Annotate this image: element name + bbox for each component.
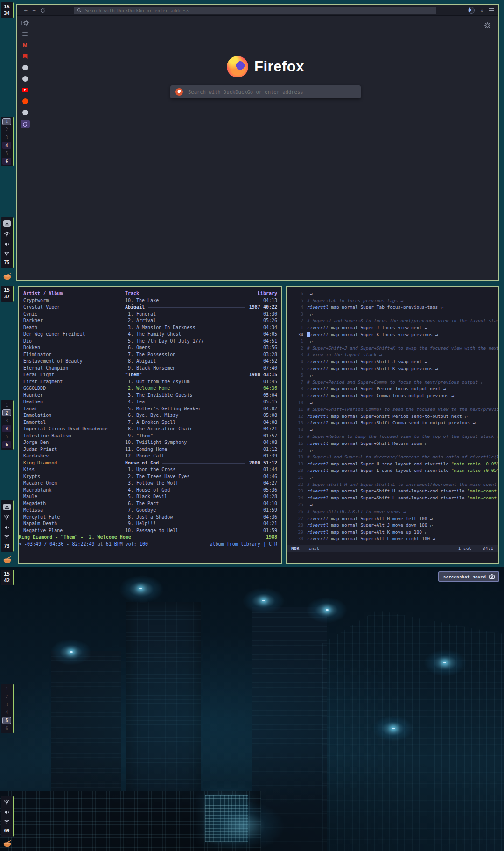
artist-item[interactable]: Feral Light [19,372,120,379]
github-tab-icon[interactable] [21,64,30,71]
workspace-6[interactable]: 6 [2,158,11,165]
workspace-1[interactable]: 1 [1,401,13,409]
artist-item[interactable]: King Diamond [19,460,120,467]
editor-line[interactable]: 1 ↵ [287,338,498,345]
editor-line[interactable]: 23riverctl map normal Super+Shift H send… [287,488,498,495]
artist-item[interactable]: Eternal Champion [19,365,120,372]
forward-button[interactable]: → [30,5,38,15]
track-item[interactable]: 6. Omens03:56 [120,345,277,352]
flag-tab-icon[interactable] [21,53,30,60]
track-item[interactable]: 8. Just a Shadow04:36 [120,514,277,521]
artist-item[interactable]: Mercyful Fate [19,514,120,521]
track-item[interactable]: 12. Phone Call01:39 [120,453,277,460]
artist-item[interactable]: Cynic [19,311,120,318]
editor-line[interactable]: 12riverctl map normal Super+Shift Period… [287,413,498,420]
artist-item[interactable]: Megadeth [19,500,120,507]
track-item[interactable]: 7. The Possession03:28 [120,352,277,359]
workspace-6[interactable]: 6 [2,441,11,448]
track-item[interactable]: House of God2000 51:12 [120,460,277,467]
workspace-4[interactable]: 4 [2,425,11,432]
track-item[interactable]: 11. Coming Home01:12 [120,446,277,453]
workspace-2[interactable]: 2 [2,409,11,416]
track-item[interactable]: 10. Passage to Hell01:59 [120,527,277,535]
artist-item[interactable]: Maule [19,493,120,500]
track-item[interactable]: 6. The Pact04:10 [120,500,277,507]
editor-line[interactable]: 25 ↵ [287,501,498,508]
artist-item[interactable]: Immolation [19,412,120,419]
editor-line[interactable]: 10 ↵ [287,400,498,407]
editor-buffer[interactable]: 6 ↵5# Super+Tab to focus previous tags ↵… [287,290,498,542]
editor-line[interactable]: 28riverctl map normal Super+Alt J move d… [287,522,498,529]
editor-line[interactable]: 34riverctl map normal Super K focus-view… [287,331,498,338]
gmail-tab-icon[interactable]: M [21,42,30,49]
artist-item[interactable]: Dokken [19,345,120,352]
track-item[interactable]: 5. Mother's Getting Weaker04:02 [120,406,277,413]
github-tab-icon[interactable] [21,75,30,82]
track-item[interactable]: 10. Twiilight Symphony04:08 [120,439,277,446]
editor-line[interactable]: 14 ↵ [287,427,498,434]
artist-item[interactable]: GGGOLDDD [19,385,120,392]
personalize-gear-icon[interactable] [484,21,490,30]
track-item[interactable]: 1. Funeral01:30 [120,311,277,318]
extension-icon[interactable] [468,7,475,14]
reload-button[interactable] [38,5,47,15]
artist-item[interactable]: Cryptworm [19,297,120,304]
track-item[interactable]: 2. Welcome Home04:36 [120,385,277,392]
track-item[interactable]: 4. The Family Ghost04:05 [120,331,277,338]
track-item[interactable]: 9. Help!!!04:21 [120,520,277,527]
launcher-bowl-icon[interactable] [3,556,11,563]
track-item[interactable]: 7. Goodbye01:59 [120,507,277,514]
artist-item[interactable]: Jorge Ben [19,439,120,446]
editor-line[interactable]: 27riverctl map normal Super+Alt H move l… [287,515,498,522]
workspace-3[interactable]: 3 [1,417,13,425]
urlbar-input[interactable] [84,7,434,14]
urlbar[interactable] [74,7,436,14]
track-item[interactable]: 2. Arrival05:26 [120,317,277,324]
editor-line[interactable]: 17 ↵ [287,447,498,454]
track-item[interactable]: 3. The Invisible Guests05:04 [120,392,277,399]
editor-line[interactable]: 24riverctl map normal Super+Shift L send… [287,495,498,502]
track-item[interactable]: 1. Out from the Asylum01:45 [120,379,277,386]
workspace-3[interactable]: 3 [1,134,13,141]
editor-line[interactable]: 7# Super+Period and Super+Comma to focus… [287,379,498,386]
track-item[interactable]: 9. "Them"01:57 [120,433,277,440]
track-item[interactable]: 4. House of God05:36 [120,487,277,494]
menu-tab-icon[interactable] [21,30,30,37]
track-item[interactable]: 6. Bye, Bye, Missy05:08 [120,412,277,419]
track-item[interactable]: 10. The Lake04:13 [120,297,277,304]
track-item[interactable]: 5. Black Devil04:28 [120,493,277,500]
workspace-5[interactable]: 5 [1,433,13,441]
newtab-search-bar[interactable] [170,85,361,98]
track-item[interactable]: 1. Upon the Cross01:44 [120,466,277,473]
workspace-2[interactable]: 2 [1,126,13,134]
artist-item[interactable]: Imperial Circus Dead Decadence [19,426,120,433]
track-item[interactable]: 7. A Broken Spell04:08 [120,419,277,426]
editor-line[interactable]: 26# Super+Alt+{H,J,K,L} to move views ↵ [287,508,498,515]
workspace-2[interactable]: 2 [1,693,13,701]
track-item[interactable]: Abigail1987 40:22 [120,304,277,311]
artist-item[interactable]: Kiss [19,466,120,473]
editor-line[interactable]: 3# view in the layout stack ↵ [287,352,498,359]
editor-line[interactable]: 2# Super+Shift+J and Super+Shift+K to sw… [287,345,498,352]
artist-item[interactable]: Enslavement of Beauty [19,358,120,365]
editor-line[interactable]: 13riverctl map normal Super+Shift Comma … [287,420,498,427]
workspace-1[interactable]: 1 [1,685,13,693]
artist-item[interactable]: Kardashev [19,453,120,460]
github-tab-icon[interactable] [21,109,30,116]
artist-item[interactable]: Immortal [19,419,120,426]
workspace-4[interactable]: 4 [2,142,11,149]
workspace-1[interactable]: 1 [2,118,11,125]
artist-item[interactable]: Heathen [19,399,120,406]
editor-line[interactable]: 5riverctl map normal Super+Shift K swap … [287,366,498,373]
editor-line[interactable]: 9riverctl map normal Super Comma focus-o… [287,393,498,400]
editor-line[interactable]: 3 ↵ [287,311,498,318]
editor-line[interactable]: 16riverctl map normal Super+Shift Return… [287,440,498,447]
workspace-4[interactable]: 4 [1,709,13,717]
editor-line[interactable]: 19riverctl map normal Super H send-layou… [287,461,498,468]
artist-item[interactable]: Intestine Baalism [19,433,120,440]
track-item[interactable]: 2. The Trees Have Eyes04:46 [120,473,277,480]
workspace-3[interactable]: 3 [1,701,13,709]
artist-item[interactable]: Negative Plane [19,527,120,535]
editor-line[interactable]: 1riverctl map normal Super J focus-view … [287,324,498,331]
workspace-6[interactable]: 6 [1,724,13,732]
